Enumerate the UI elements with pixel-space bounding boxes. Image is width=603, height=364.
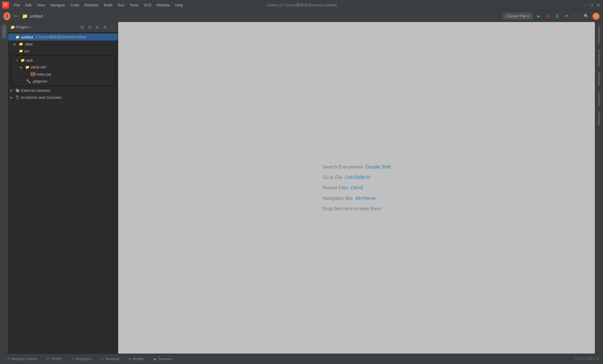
debug-button[interactable]: 🐞	[544, 12, 552, 20]
tree-arrow-web: ▼	[16, 59, 19, 62]
status-tab-profiler[interactable]: ◎ Profiler	[126, 356, 147, 362]
sidebar-tab-project[interactable]: Project	[1, 24, 7, 39]
jsp-file-icon: JSP	[31, 72, 35, 76]
tree-item-scratches[interactable]: ▶ 🗒 Scratches and Consoles	[8, 94, 118, 101]
menu-help[interactable]: Help	[173, 2, 185, 8]
notifications-button[interactable]: !	[593, 13, 600, 20]
menu-view[interactable]: View	[34, 2, 47, 8]
gitignore-file-icon: 🔧	[26, 79, 31, 83]
status-tab-services[interactable]: ▶ Services	[151, 356, 175, 362]
stop-button[interactable]: ⬛	[572, 12, 580, 20]
menu-run[interactable]: Run	[115, 2, 127, 8]
status-tab-terminal[interactable]: ▷ Terminal	[98, 356, 121, 362]
tree-arrow-idea: ▶	[14, 43, 17, 46]
editor-area[interactable]: Search Everywhere Double Shift Go to Fil…	[118, 22, 595, 354]
minimize-button[interactable]: −	[582, 3, 587, 8]
project-panel-header: 📁 Project ▾ ⊞ ⊟ ⊕ ⚙ −	[8, 22, 118, 32]
status-tab-todo[interactable]: ☑ TODO	[44, 356, 64, 362]
project-panel-icon: 📁	[10, 25, 15, 29]
right-tab-endpoints[interactable]: Endpoints	[596, 89, 602, 108]
right-sidebar: Notifications AI Assistant Database Endp…	[595, 22, 603, 354]
maximize-button[interactable]: ☐	[589, 3, 594, 8]
back-button[interactable]: ⟵	[13, 13, 20, 20]
version-control-label: Version Control	[11, 357, 37, 361]
collapse-all-button[interactable]: ⊞	[79, 24, 85, 30]
root-name: untitled	[21, 35, 33, 39]
hint-goto-label: Go to File	[323, 175, 343, 180]
run-button[interactable]: ▶	[535, 12, 543, 20]
problems-label: Problems	[76, 357, 92, 361]
menu-file[interactable]: File	[12, 2, 22, 8]
tree-item-webinf[interactable]: ▶ 📁 WEB-INF	[11, 64, 115, 71]
tree-item-indexjsp[interactable]: JSP index.jsp	[11, 71, 115, 78]
gear-icon[interactable]: ⚙	[102, 24, 108, 30]
tree-item-idea[interactable]: ▶ 📁 .idea	[8, 41, 118, 47]
right-tab-notifications[interactable]: Notifications	[596, 24, 602, 46]
panel-actions: ⊞ ⊟ ⊕ ⚙ −	[79, 24, 116, 30]
hint-goto-shortcut: Ctrl+Shift+N	[345, 175, 370, 180]
root-folder-icon: 📁	[15, 35, 20, 39]
tree-arrow-scratches: ▶	[10, 96, 14, 99]
window-title: untitled [C:\Users\魏帅龙\Desktop\untitled]	[266, 3, 337, 8]
avatar-button[interactable]: 👤	[3, 13, 10, 20]
scratches-label: Scratches and Consoles	[21, 95, 62, 100]
menu-edit[interactable]: Edit	[23, 2, 34, 8]
hint-recent-shortcut: Ctrl+E	[351, 185, 364, 191]
close-button[interactable]: ✕	[596, 3, 601, 8]
project-panel: 📁 Project ▾ ⊞ ⊟ ⊕ ⚙ − ▼ 📁 untitled C:\Us…	[8, 22, 118, 354]
tree-item-src[interactable]: 📁 src	[8, 47, 118, 54]
tree-item-external[interactable]: ▶ 📚 External Libraries	[8, 87, 118, 94]
tree-item-gitignore[interactable]: 🔧 .gitignore	[11, 78, 115, 85]
menu-code[interactable]: Code	[68, 2, 82, 8]
hint-drop-files: Drop files here to open them	[323, 206, 391, 211]
right-tab-ai-assistant[interactable]: AI Assistant	[596, 47, 602, 69]
todo-icon: ☑	[46, 357, 50, 361]
idea-folder-icon: 📁	[19, 42, 23, 46]
tree-item-web[interactable]: ▼ 📁 web	[11, 57, 115, 64]
external-libs-icon: 📚	[15, 88, 20, 93]
status-tab-problems[interactable]: ⚠ Problems	[69, 356, 94, 362]
src-folder-icon: 📁	[19, 49, 23, 53]
menu-refactor[interactable]: Refactor	[82, 2, 101, 8]
right-tab-database[interactable]: Database	[596, 70, 602, 88]
hint-recent-label: Recent Files	[323, 185, 348, 191]
tree-arrow-webinf: ▶	[20, 66, 24, 69]
scroll-to-center-button[interactable]: ⊕	[94, 24, 100, 30]
web-folder-icon: 📁	[20, 58, 25, 63]
run-controls: ▶ 🐞 ☰ ⟳ ⬛	[535, 12, 580, 20]
terminal-label: Terminal	[105, 357, 119, 361]
minimize-panel-button[interactable]: −	[109, 24, 116, 30]
profiler-icon: ◎	[128, 357, 131, 361]
coverage-button[interactable]: ☰	[553, 12, 561, 20]
profile-button[interactable]: ⟳	[562, 12, 571, 20]
indexjsp-label: index.jsp	[36, 72, 51, 76]
hint-nav-label: Navigation Bar	[323, 196, 353, 201]
hint-recent-files: Recent Files Ctrl+E	[323, 185, 391, 191]
hint-drop-label: Drop files here to open them	[323, 206, 381, 211]
circled-group: ▼ 📁 web ▶ 📁 WEB-INF JSP index.jsp	[10, 55, 116, 86]
scratches-icon: 🗒	[15, 95, 20, 100]
menu-window[interactable]: Window	[154, 2, 172, 8]
main-toolbar: 👤 ⟵ 📁 untitled Current File ▾ ▶ 🐞 ☰ ⟳ ⬛ …	[0, 10, 603, 22]
current-file-dropdown[interactable]: Current File ▾	[503, 13, 532, 19]
hint-nav-shortcut: Alt+Home	[355, 196, 376, 201]
tree-item-root[interactable]: ▼ 📁 untitled C:\Users\魏帅龙\Desktop\untitl…	[8, 34, 118, 41]
status-bar: ⎇ Version Control ☑ TODO ⚠ Problems ▷ Te…	[0, 354, 603, 364]
web-label: web	[26, 58, 33, 63]
menu-vcs[interactable]: VCS	[141, 2, 154, 8]
dropdown-arrow-icon: ▾	[527, 14, 529, 18]
problems-icon: ⚠	[71, 357, 74, 361]
status-tab-version-control[interactable]: ⎇ Version Control	[3, 356, 39, 362]
main-layout: Project 📁 Project ▾ ⊞ ⊟ ⊕ ⚙ − ▼ 📁 untitl…	[0, 22, 603, 354]
hint-search-everywhere: Search Everywhere Double Shift	[323, 164, 391, 170]
search-everywhere-button[interactable]: 🔍	[582, 12, 590, 20]
terminal-icon: ▷	[101, 357, 103, 361]
left-sidebar-tabs: Project	[0, 22, 8, 354]
expand-all-button[interactable]: ⊟	[87, 24, 93, 30]
right-tab-coverage[interactable]: Coverage	[596, 109, 602, 128]
editor-hints: Search Everywhere Double Shift Go to Fil…	[323, 164, 391, 211]
menu-navigate[interactable]: Navigate	[48, 2, 67, 8]
menu-tools[interactable]: Tools	[127, 2, 141, 8]
menu-build[interactable]: Build	[102, 2, 115, 8]
status-right-text: CSDN @魏大龙	[575, 356, 600, 361]
